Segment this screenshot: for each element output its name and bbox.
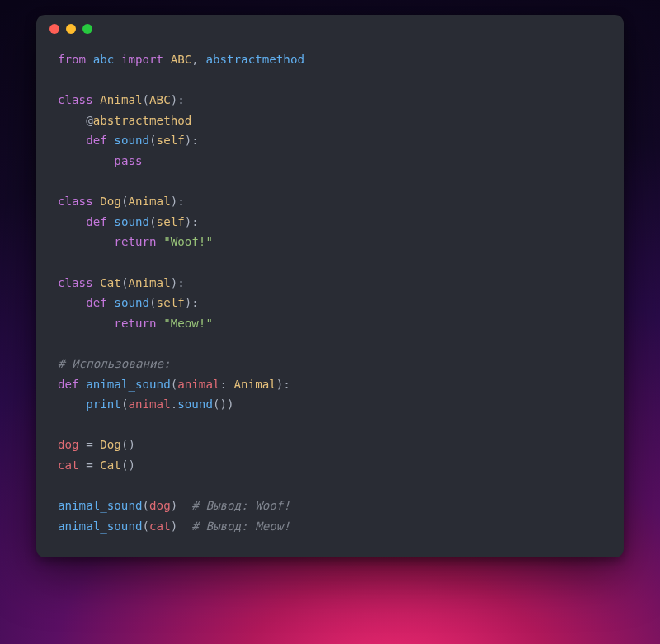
keyword-return: return [114, 317, 156, 330]
code-line: return "Meow!" [58, 317, 213, 330]
paren: ( [149, 215, 157, 228]
arg: dog [149, 499, 171, 512]
base-class: Animal [128, 276, 170, 289]
paren: ): [276, 378, 290, 391]
module-name: abc [93, 53, 115, 66]
method-name: sound [114, 296, 149, 309]
code-line: animal_sound(dog) # Вывод: Woof! [58, 499, 290, 512]
code-line: pass [58, 154, 143, 167]
keyword-class: class [58, 93, 93, 106]
var-ref: animal [128, 397, 170, 411]
var-name: cat [58, 458, 79, 472]
keyword-from: from [58, 53, 86, 66]
method-name: sound [114, 215, 149, 228]
paren: ( [143, 519, 150, 533]
builtin-call: print [86, 397, 121, 411]
keyword-class: class [58, 195, 93, 208]
keyword-class: class [58, 276, 93, 289]
param-name: animal [177, 378, 219, 391]
keyword-def: def [86, 296, 107, 309]
keyword-def: def [58, 378, 79, 391]
assign: = [79, 438, 101, 451]
code-line: def sound(self): [58, 215, 199, 228]
assign: = [79, 458, 101, 472]
code-line: class Cat(Animal): [58, 276, 185, 289]
close-icon[interactable] [50, 24, 59, 34]
self-param: self [157, 296, 185, 309]
code-window: from abc import ABC, abstractmethod clas… [36, 15, 624, 557]
type-annotation: Animal [234, 378, 276, 391]
paren: ( [149, 134, 157, 147]
paren: ): [171, 195, 185, 208]
constructor: Cat [100, 458, 121, 472]
keyword-return: return [114, 235, 156, 248]
comment: # Вывод: Meow! [191, 519, 290, 533]
paren: ( [149, 296, 157, 309]
class-name: Cat [100, 276, 121, 289]
code-line: return "Woof!" [58, 235, 213, 248]
paren: ): [185, 215, 199, 228]
colon: : [219, 378, 233, 391]
keyword-def: def [86, 134, 107, 147]
constructor: Dog [100, 438, 121, 451]
paren: ): [185, 134, 199, 147]
code-line: @abstractmethod [58, 114, 191, 127]
function-name: animal_sound [86, 378, 171, 391]
code-line: # Использование: [58, 357, 171, 370]
method-name: sound [114, 134, 149, 147]
paren: ) [171, 499, 178, 512]
paren: ( [143, 499, 150, 512]
string-literal: "Meow!" [163, 317, 213, 330]
comment: # Вывод: Woof! [191, 499, 290, 512]
comma: , [191, 53, 205, 66]
code-line: class Dog(Animal): [58, 195, 185, 208]
paren: ()) [213, 397, 234, 411]
window-titlebar [36, 15, 624, 43]
function-call: animal_sound [58, 519, 143, 533]
code-line: cat = Cat() [58, 458, 135, 472]
string-literal: "Woof!" [163, 235, 213, 248]
code-line: class Animal(ABC): [58, 93, 185, 106]
paren: ( [171, 378, 178, 391]
code-block: from abc import ABC, abstractmethod clas… [36, 43, 624, 536]
code-line: from abc import ABC, abstractmethod [58, 53, 304, 66]
function-call: animal_sound [58, 499, 143, 512]
method-call: sound [177, 397, 213, 411]
code-line: animal_sound(cat) # Вывод: Meow! [58, 519, 290, 533]
keyword-pass: pass [114, 154, 142, 167]
base-class: ABC [149, 93, 171, 106]
dot: . [171, 397, 178, 411]
code-line: def sound(self): [58, 296, 199, 309]
keyword-def: def [86, 215, 107, 228]
code-line: print(animal.sound()) [58, 397, 234, 411]
keyword-import: import [121, 53, 163, 66]
comment: # Использование: [58, 357, 171, 370]
paren: ): [171, 276, 185, 289]
class-name: Animal [100, 93, 142, 106]
var-name: dog [58, 438, 79, 451]
arg: cat [149, 519, 171, 533]
class-name: Dog [100, 195, 121, 208]
code-line: dog = Dog() [58, 438, 135, 451]
paren: ): [171, 93, 185, 106]
import-name: ABC [171, 53, 192, 66]
base-class: Animal [128, 195, 170, 208]
minimize-icon[interactable] [66, 24, 76, 34]
self-param: self [157, 134, 185, 147]
decorator: abstractmethod [93, 114, 192, 127]
code-line: def sound(self): [58, 134, 199, 147]
maximize-icon[interactable] [82, 24, 92, 34]
at-sign: @ [86, 114, 93, 127]
paren: ( [143, 93, 150, 106]
code-line: def animal_sound(animal: Animal): [58, 378, 290, 391]
paren: ) [171, 519, 178, 533]
paren: () [121, 458, 135, 472]
import-name: abstractmethod [205, 53, 304, 66]
self-param: self [157, 215, 185, 228]
paren: () [121, 438, 135, 451]
paren: ): [185, 296, 199, 309]
